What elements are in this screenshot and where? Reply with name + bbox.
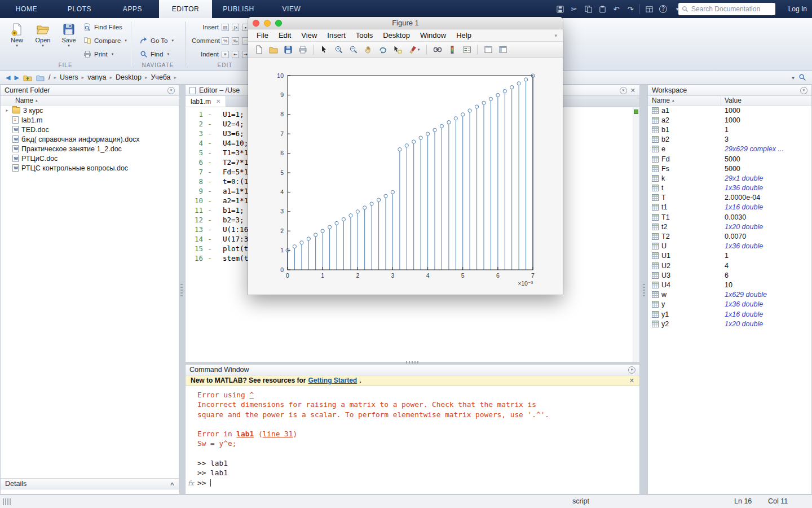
toolstrip-tab-publish[interactable]: PUBLISH — [212, 0, 265, 18]
smart-indent-icon[interactable] — [222, 51, 229, 58]
insert-colorbar-button[interactable] — [447, 44, 457, 55]
save-figure-button[interactable] — [283, 44, 293, 55]
vertical-splitter[interactable] — [180, 284, 183, 296]
cut-button[interactable]: ✂ — [569, 4, 579, 14]
workspace-variable-row[interactable]: U 1x36 double — [648, 242, 811, 251]
vertical-splitter[interactable] — [643, 284, 645, 296]
workspace-variable-row[interactable]: a2 1000 — [648, 115, 811, 125]
print-button[interactable]: Print — [83, 50, 113, 59]
expander-icon[interactable]: ▸ — [5, 108, 10, 113]
workspace-variable-row[interactable]: y 1x36 double — [648, 300, 811, 309]
panel-menu-icon[interactable] — [620, 87, 627, 94]
figure-menu-insert[interactable]: Insert — [322, 31, 351, 40]
breadcrumb-segment[interactable]: / — [48, 73, 50, 81]
stem-plot[interactable]: 01234567012345678910×10⁻³ — [248, 58, 563, 295]
panel-menu-icon[interactable] — [800, 87, 807, 94]
browse-folder-icon[interactable] — [36, 74, 45, 81]
workspace-variable-row[interactable]: U3 6 — [648, 270, 811, 280]
workspace-variable-row[interactable]: e 29x629 complex ... — [648, 144, 811, 154]
panel-menu-icon[interactable] — [628, 366, 636, 374]
rotate-3d-button[interactable] — [377, 44, 388, 55]
insert-group[interactable]: Insert — [192, 23, 249, 32]
file-item[interactable]: TED.doc — [1, 125, 179, 134]
login-button[interactable]: Log In — [788, 0, 807, 18]
save-button[interactable]: Save ▾ — [56, 23, 81, 47]
figure-menu-view[interactable]: View — [296, 31, 322, 40]
figure-menu-file[interactable]: File — [251, 31, 273, 40]
workspace-variable-row[interactable]: T1 0.0030 — [648, 212, 811, 222]
open-button[interactable]: Open ▾ — [30, 23, 55, 47]
close-editor-icon[interactable] — [630, 87, 636, 94]
workspace-name-column[interactable]: Name — [648, 96, 721, 105]
paste-button[interactable] — [597, 4, 607, 14]
zoom-in-button[interactable] — [333, 44, 344, 55]
insert-function-icon[interactable] — [232, 24, 239, 31]
workspace-value-column[interactable]: Value — [721, 96, 811, 105]
figure-menu-edit[interactable]: Edit — [273, 31, 296, 40]
figure-menu-desktop[interactable]: Desktop — [378, 31, 415, 40]
search-documentation-input[interactable]: Search Documentation — [678, 3, 775, 15]
workspace-variable-row[interactable]: y1 1x16 double — [648, 309, 811, 319]
figure-titlebar[interactable]: Figure 1 — [248, 17, 563, 29]
workspace-variable-row[interactable]: T 2.0000e-04 — [648, 193, 811, 203]
pan-button[interactable] — [363, 44, 373, 55]
toolstrip-tab-editor[interactable]: EDITOR — [159, 0, 212, 18]
plot-tools-off-button[interactable] — [483, 44, 493, 55]
open-file-button[interactable] — [268, 44, 279, 55]
workspace-variable-row[interactable]: b1 1 — [648, 125, 811, 134]
comment-group[interactable]: Comment — [192, 36, 249, 45]
figure-window[interactable]: Figure 1 FileEditViewInsertToolsDesktopW… — [248, 17, 563, 295]
search-folder-icon[interactable] — [798, 73, 806, 81]
menu-overflow-icon[interactable] — [554, 33, 559, 38]
link-plot-button[interactable] — [432, 44, 443, 55]
workspace-variable-row[interactable]: t 1x36 double — [648, 183, 811, 193]
toolstrip-tab-plots[interactable]: PLOTS — [53, 0, 106, 18]
decrease-indent-icon[interactable] — [232, 51, 239, 58]
horizontal-splitter[interactable] — [406, 361, 418, 364]
name-column-header[interactable]: Name — [1, 96, 179, 106]
close-tab-icon[interactable] — [216, 98, 220, 104]
file-item[interactable]: РТЦС контрольные вопросы.doc — [1, 163, 179, 173]
copy-button[interactable] — [583, 4, 593, 14]
go-to-button[interactable]: Go To — [140, 36, 174, 45]
back-button[interactable] — [6, 74, 10, 81]
comment-icon[interactable] — [222, 37, 229, 45]
workspace-variable-row[interactable]: U2 4 — [648, 261, 811, 270]
breadcrumb-segment[interactable]: Users — [60, 73, 78, 81]
figure-menu-window[interactable]: Window — [415, 31, 451, 40]
uncomment-icon[interactable] — [232, 37, 239, 45]
workspace-variable-row[interactable]: y2 1x20 double — [648, 319, 811, 329]
edit-plot-button[interactable] — [319, 44, 329, 55]
file-item[interactable]: lab1.m — [1, 115, 179, 125]
code-analyzer-indicator[interactable] — [634, 110, 638, 114]
tab-lab1m[interactable]: lab1.m — [186, 96, 226, 107]
window-layout-button[interactable] — [644, 4, 654, 14]
workspace-variable-row[interactable]: T2 0.0070 — [648, 231, 811, 241]
plot-tools-on-button[interactable] — [497, 44, 508, 55]
up-folder-button[interactable] — [23, 73, 32, 81]
insert-legend-button[interactable] — [461, 44, 472, 55]
data-cursor-button[interactable] — [392, 44, 403, 55]
zoom-out-button[interactable] — [348, 44, 359, 55]
panel-menu-icon[interactable] — [167, 87, 175, 94]
print-figure-button[interactable] — [297, 44, 308, 55]
statusbar-grip[interactable] — [3, 498, 12, 505]
close-banner-icon[interactable] — [629, 378, 634, 384]
command-input-area[interactable]: Error using ^Incorrect dimensions for ra… — [186, 386, 639, 488]
figure-menu-tools[interactable]: Tools — [351, 31, 378, 40]
new-figure-button[interactable] — [253, 44, 264, 55]
redo-button[interactable]: ↷ — [625, 4, 636, 14]
workspace-variable-row[interactable]: U4 10 — [648, 280, 811, 290]
brush-button[interactable]: ▾ — [407, 44, 421, 55]
save-button[interactable] — [555, 4, 565, 14]
workspace-variable-row[interactable]: k 29x1 double — [648, 173, 811, 183]
file-item[interactable]: ▸ 3 курс — [1, 106, 179, 115]
workspace-variable-row[interactable]: U1 1 — [648, 251, 811, 261]
new-script-button[interactable]: New ▾ — [5, 23, 29, 47]
find-files-button[interactable]: Find Files — [83, 23, 122, 32]
workspace-variable-row[interactable]: a1 1000 — [648, 106, 811, 115]
workspace-variable-row[interactable]: t2 1x20 double — [648, 222, 811, 231]
breadcrumb-segment[interactable]: Учеба — [151, 73, 170, 81]
toolstrip-tab-home[interactable]: HOME — [0, 0, 53, 18]
forward-button[interactable] — [14, 74, 19, 81]
